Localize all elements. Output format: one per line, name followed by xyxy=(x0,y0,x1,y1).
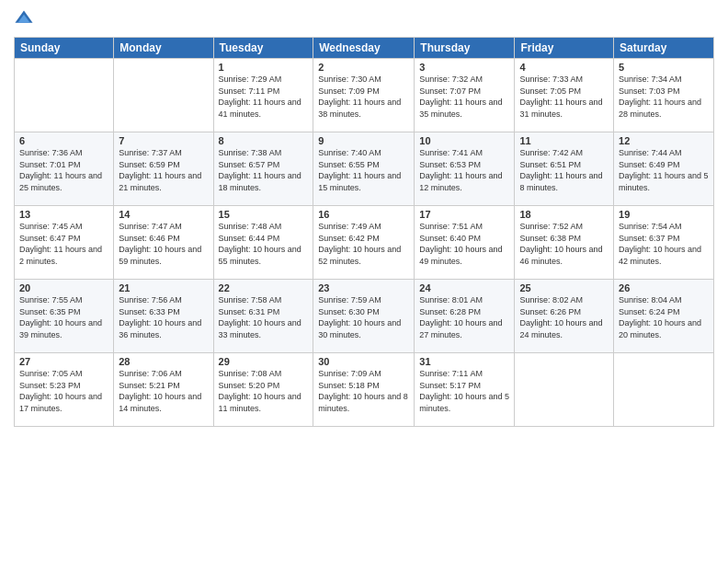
day-info: Sunrise: 7:11 AM Sunset: 5:17 PM Dayligh… xyxy=(419,368,509,414)
calendar-day-cell: 9Sunrise: 7:40 AM Sunset: 6:55 PM Daylig… xyxy=(313,132,415,206)
day-number: 25 xyxy=(519,282,609,293)
calendar-day-cell: 12Sunrise: 7:44 AM Sunset: 6:49 PM Dayli… xyxy=(614,132,714,206)
calendar-day-cell: 24Sunrise: 8:01 AM Sunset: 6:28 PM Dayli… xyxy=(415,280,515,353)
day-number: 1 xyxy=(219,62,309,73)
day-info: Sunrise: 7:06 AM Sunset: 5:21 PM Dayligh… xyxy=(119,368,208,414)
day-info: Sunrise: 7:49 AM Sunset: 6:42 PM Dayligh… xyxy=(318,221,409,267)
calendar-day-cell: 27Sunrise: 7:05 AM Sunset: 5:23 PM Dayli… xyxy=(15,353,114,427)
day-number: 21 xyxy=(119,282,208,293)
day-info: Sunrise: 7:30 AM Sunset: 7:09 PM Dayligh… xyxy=(318,74,409,120)
day-number: 13 xyxy=(19,209,108,220)
day-number: 5 xyxy=(619,62,709,73)
calendar-day-cell: 15Sunrise: 7:48 AM Sunset: 6:44 PM Dayli… xyxy=(213,206,313,280)
day-info: Sunrise: 7:08 AM Sunset: 5:20 PM Dayligh… xyxy=(219,368,309,414)
day-number: 7 xyxy=(119,135,208,146)
calendar-day-cell: 23Sunrise: 7:59 AM Sunset: 6:30 PM Dayli… xyxy=(313,280,415,353)
day-of-week-header: Sunday xyxy=(15,38,114,59)
day-info: Sunrise: 7:05 AM Sunset: 5:23 PM Dayligh… xyxy=(19,368,108,414)
day-number: 19 xyxy=(619,209,709,220)
calendar-day-cell: 17Sunrise: 7:51 AM Sunset: 6:40 PM Dayli… xyxy=(415,206,515,280)
day-of-week-header: Thursday xyxy=(415,38,515,59)
page: SundayMondayTuesdayWednesdayThursdayFrid… xyxy=(0,0,728,563)
day-number: 10 xyxy=(419,135,509,146)
day-number: 27 xyxy=(19,356,108,367)
calendar-day-cell: 28Sunrise: 7:06 AM Sunset: 5:21 PM Dayli… xyxy=(114,353,213,427)
logo xyxy=(14,9,37,29)
day-number: 18 xyxy=(519,209,609,220)
day-number: 11 xyxy=(519,135,609,146)
day-info: Sunrise: 7:52 AM Sunset: 6:38 PM Dayligh… xyxy=(519,221,609,267)
day-info: Sunrise: 7:38 AM Sunset: 6:57 PM Dayligh… xyxy=(219,147,309,193)
day-info: Sunrise: 7:34 AM Sunset: 7:03 PM Dayligh… xyxy=(619,74,709,120)
day-number: 29 xyxy=(219,356,309,367)
day-info: Sunrise: 7:36 AM Sunset: 7:01 PM Dayligh… xyxy=(19,147,108,193)
day-number: 2 xyxy=(318,62,409,73)
day-number: 28 xyxy=(119,356,208,367)
day-info: Sunrise: 7:41 AM Sunset: 6:53 PM Dayligh… xyxy=(419,147,509,193)
calendar-day-cell: 2Sunrise: 7:30 AM Sunset: 7:09 PM Daylig… xyxy=(313,59,415,132)
day-info: Sunrise: 7:48 AM Sunset: 6:44 PM Dayligh… xyxy=(219,221,309,267)
calendar-week-row: 20Sunrise: 7:55 AM Sunset: 6:35 PM Dayli… xyxy=(15,280,714,353)
calendar-day-cell: 31Sunrise: 7:11 AM Sunset: 5:17 PM Dayli… xyxy=(415,353,515,427)
day-info: Sunrise: 7:09 AM Sunset: 5:18 PM Dayligh… xyxy=(318,368,409,414)
calendar-day-cell xyxy=(515,353,614,427)
calendar-day-cell: 1Sunrise: 7:29 AM Sunset: 7:11 PM Daylig… xyxy=(213,59,313,132)
calendar-week-row: 1Sunrise: 7:29 AM Sunset: 7:11 PM Daylig… xyxy=(15,59,714,132)
logo-icon xyxy=(14,9,34,29)
calendar-day-cell xyxy=(114,59,213,132)
calendar-day-cell: 5Sunrise: 7:34 AM Sunset: 7:03 PM Daylig… xyxy=(614,59,714,132)
day-of-week-header: Wednesday xyxy=(313,38,415,59)
calendar-day-cell: 8Sunrise: 7:38 AM Sunset: 6:57 PM Daylig… xyxy=(213,132,313,206)
calendar-day-cell: 22Sunrise: 7:58 AM Sunset: 6:31 PM Dayli… xyxy=(213,280,313,353)
day-number: 9 xyxy=(318,135,409,146)
calendar-day-cell: 16Sunrise: 7:49 AM Sunset: 6:42 PM Dayli… xyxy=(313,206,415,280)
day-number: 24 xyxy=(419,282,509,293)
day-number: 4 xyxy=(519,62,609,73)
day-info: Sunrise: 7:55 AM Sunset: 6:35 PM Dayligh… xyxy=(19,294,108,340)
day-info: Sunrise: 7:54 AM Sunset: 6:37 PM Dayligh… xyxy=(619,221,709,267)
calendar-week-row: 13Sunrise: 7:45 AM Sunset: 6:47 PM Dayli… xyxy=(15,206,714,280)
day-number: 6 xyxy=(19,135,108,146)
day-number: 3 xyxy=(419,62,509,73)
calendar-week-row: 6Sunrise: 7:36 AM Sunset: 7:01 PM Daylig… xyxy=(15,132,714,206)
calendar-day-cell: 18Sunrise: 7:52 AM Sunset: 6:38 PM Dayli… xyxy=(515,206,614,280)
calendar-day-cell: 11Sunrise: 7:42 AM Sunset: 6:51 PM Dayli… xyxy=(515,132,614,206)
day-of-week-header: Saturday xyxy=(614,38,714,59)
day-info: Sunrise: 7:59 AM Sunset: 6:30 PM Dayligh… xyxy=(318,294,409,340)
day-number: 16 xyxy=(318,209,409,220)
calendar-day-cell xyxy=(614,353,714,427)
day-info: Sunrise: 7:44 AM Sunset: 6:49 PM Dayligh… xyxy=(619,147,709,193)
day-info: Sunrise: 7:56 AM Sunset: 6:33 PM Dayligh… xyxy=(119,294,208,340)
day-number: 8 xyxy=(219,135,309,146)
calendar: SundayMondayTuesdayWednesdayThursdayFrid… xyxy=(14,37,714,427)
day-info: Sunrise: 7:47 AM Sunset: 6:46 PM Dayligh… xyxy=(119,221,208,267)
day-info: Sunrise: 7:37 AM Sunset: 6:59 PM Dayligh… xyxy=(119,147,208,193)
day-info: Sunrise: 7:51 AM Sunset: 6:40 PM Dayligh… xyxy=(419,221,509,267)
header xyxy=(14,9,714,29)
day-number: 23 xyxy=(318,282,409,293)
day-info: Sunrise: 7:32 AM Sunset: 7:07 PM Dayligh… xyxy=(419,74,509,120)
calendar-day-cell: 19Sunrise: 7:54 AM Sunset: 6:37 PM Dayli… xyxy=(614,206,714,280)
day-info: Sunrise: 7:33 AM Sunset: 7:05 PM Dayligh… xyxy=(519,74,609,120)
calendar-day-cell: 25Sunrise: 8:02 AM Sunset: 6:26 PM Dayli… xyxy=(515,280,614,353)
day-number: 26 xyxy=(619,282,709,293)
calendar-day-cell: 30Sunrise: 7:09 AM Sunset: 5:18 PM Dayli… xyxy=(313,353,415,427)
calendar-day-cell xyxy=(15,59,114,132)
day-info: Sunrise: 7:42 AM Sunset: 6:51 PM Dayligh… xyxy=(519,147,609,193)
calendar-day-cell: 26Sunrise: 8:04 AM Sunset: 6:24 PM Dayli… xyxy=(614,280,714,353)
day-info: Sunrise: 8:04 AM Sunset: 6:24 PM Dayligh… xyxy=(619,294,709,340)
day-number: 15 xyxy=(219,209,309,220)
calendar-header-row: SundayMondayTuesdayWednesdayThursdayFrid… xyxy=(15,38,714,59)
day-info: Sunrise: 7:40 AM Sunset: 6:55 PM Dayligh… xyxy=(318,147,409,193)
day-number: 17 xyxy=(419,209,509,220)
calendar-day-cell: 7Sunrise: 7:37 AM Sunset: 6:59 PM Daylig… xyxy=(114,132,213,206)
day-info: Sunrise: 7:58 AM Sunset: 6:31 PM Dayligh… xyxy=(219,294,309,340)
day-number: 22 xyxy=(219,282,309,293)
calendar-day-cell: 4Sunrise: 7:33 AM Sunset: 7:05 PM Daylig… xyxy=(515,59,614,132)
calendar-week-row: 27Sunrise: 7:05 AM Sunset: 5:23 PM Dayli… xyxy=(15,353,714,427)
day-info: Sunrise: 7:45 AM Sunset: 6:47 PM Dayligh… xyxy=(19,221,108,267)
day-info: Sunrise: 8:02 AM Sunset: 6:26 PM Dayligh… xyxy=(519,294,609,340)
day-info: Sunrise: 7:29 AM Sunset: 7:11 PM Dayligh… xyxy=(219,74,309,120)
calendar-day-cell: 20Sunrise: 7:55 AM Sunset: 6:35 PM Dayli… xyxy=(15,280,114,353)
day-number: 14 xyxy=(119,209,208,220)
